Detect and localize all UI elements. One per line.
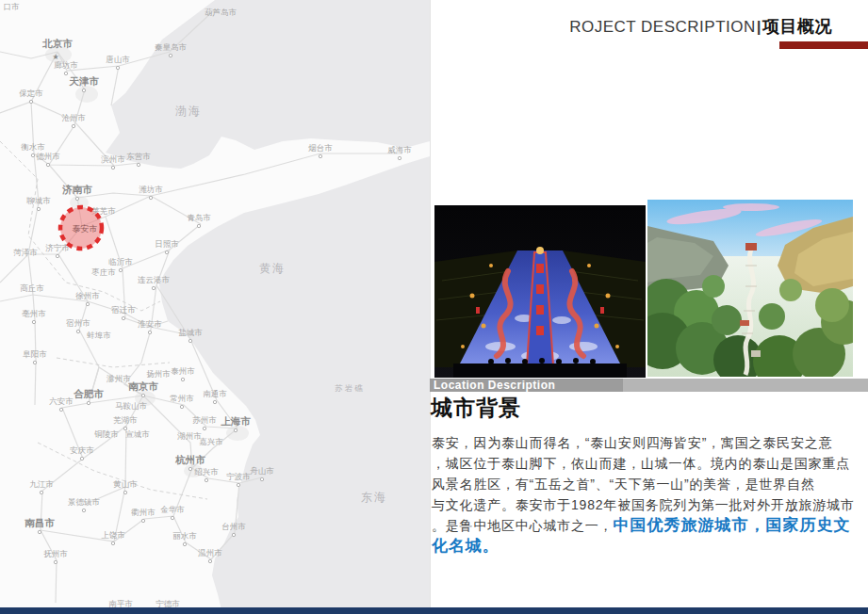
- page-title-en: ROJECT DESCRIPTION: [569, 18, 756, 36]
- city-label: 金华市: [160, 505, 185, 514]
- city-label: 合肥市: [73, 388, 104, 399]
- taishan-night-lightshow-photo: [434, 205, 646, 378]
- city-dot: [72, 124, 74, 127]
- city-label: 嘉兴市: [199, 437, 223, 446]
- city-background-paragraph: 泰安，因为泰山而得名，“泰山安则四海皆安”，寓国之泰民安之意，城区位于泰山脚下，…: [432, 432, 867, 556]
- city-dot: [122, 316, 124, 319]
- city-label: 唐山市: [106, 55, 130, 64]
- city-dot: [183, 542, 186, 545]
- city-dot: [152, 286, 155, 289]
- city-label: 潍坊市: [139, 185, 163, 194]
- city-label: 青岛市: [187, 213, 211, 222]
- title-separator: |: [757, 18, 762, 36]
- city-label: 铜陵市: [93, 429, 119, 439]
- body-text-line: 化名城。: [432, 536, 867, 556]
- city-label: 盐城市: [178, 328, 203, 337]
- body-text-line: ，城区位于泰山脚下，依山而建，山城一体。境内的泰山是国家重点: [432, 453, 867, 474]
- city-label: 滨州市: [101, 154, 125, 164]
- section-heading: 城市背景: [431, 394, 521, 423]
- city-label: 景德镇市: [68, 497, 101, 507]
- city-label: 日照市: [155, 239, 179, 249]
- city-label: 威海市: [387, 145, 412, 154]
- city-label: 枣庄市: [91, 267, 116, 277]
- city-dot: [111, 166, 114, 169]
- city-dot: [232, 533, 235, 536]
- sea-label: 黄海: [259, 262, 286, 275]
- city-label: 秦皇岛市: [155, 42, 188, 52]
- city-label: 台州市: [221, 522, 246, 531]
- city-dot: [141, 394, 144, 396]
- city-dot: [37, 207, 40, 210]
- city-label: 湖州市: [176, 431, 202, 441]
- city-dot: [237, 483, 239, 486]
- city-dot: [180, 405, 183, 408]
- region-map: 口市葫芦岛市★北京市秦皇岛市唐山市廊坊市天津市保定市沧州市衡水市德州市滨州市东营…: [0, 0, 431, 614]
- city-label: 菏泽市: [13, 248, 38, 257]
- city-dot: [86, 302, 89, 305]
- city-label: 芜湖市: [113, 415, 138, 425]
- city-label: 上海市: [221, 415, 251, 427]
- city-label: 杭州市: [174, 454, 205, 465]
- city-dot: [234, 428, 237, 431]
- city-label: 温州市: [197, 548, 222, 557]
- city-dot: [208, 559, 211, 562]
- city-dot: [33, 361, 36, 364]
- city-dot: [38, 530, 41, 533]
- city-dot: [165, 250, 168, 253]
- city-dot: [319, 154, 321, 157]
- city-label: 丽水市: [172, 531, 197, 541]
- city-dot: [32, 320, 35, 323]
- location-description-banner: Location Description: [430, 379, 868, 392]
- city-dot: [149, 196, 152, 199]
- city-label: 宿州市: [65, 318, 90, 328]
- city-label: 廊坊市: [54, 60, 78, 70]
- city-label: 马鞍山市: [115, 401, 148, 411]
- city-label: 衢州市: [131, 508, 156, 517]
- city-label: 宿迁市: [110, 305, 136, 315]
- city-label: 九江市: [29, 479, 54, 489]
- body-text-line: 泰安，因为泰山而得名，“泰山安则四海皆安”，寓国之泰民安之意: [432, 432, 867, 453]
- city-label: 宁波市: [226, 472, 251, 481]
- city-dot: [54, 560, 57, 563]
- city-label: 黄山市: [112, 479, 138, 489]
- highlight-city-label: 泰安市: [73, 224, 98, 234]
- city-dot: [123, 491, 126, 493]
- city-dot: [40, 491, 42, 493]
- city-label: 天津市: [68, 75, 99, 87]
- city-label: 常州市: [170, 394, 194, 403]
- city-label: 聊城市: [26, 196, 51, 205]
- city-label: 衡水市: [21, 142, 45, 152]
- city-dot: [82, 509, 85, 511]
- city-dot: [82, 89, 85, 91]
- city-label: 口市: [4, 2, 21, 11]
- city-dot: [148, 331, 151, 333]
- lightshow-art: [434, 205, 646, 378]
- city-label: 南京市: [128, 380, 158, 392]
- city-label: 葫芦岛市: [205, 8, 237, 17]
- city-label: 北京市: [41, 38, 73, 49]
- city-dot: [76, 330, 79, 332]
- city-dot: [260, 477, 263, 480]
- city-label: 绍兴市: [194, 467, 219, 477]
- city-label: 上饶市: [101, 530, 125, 540]
- city-label: 亳州市: [22, 309, 46, 318]
- city-dot: [31, 154, 34, 156]
- sea-label: 渤海: [175, 105, 202, 118]
- page-title-zh: 项目概况: [762, 17, 832, 36]
- valley-art: [647, 200, 853, 377]
- sea-label: 苏岩礁: [335, 383, 365, 393]
- body-text-line: 。是鲁中地区中心城市之一，中国优秀旅游城市，国家历史文: [432, 515, 867, 536]
- city-dot: [141, 519, 144, 522]
- city-dot: [111, 541, 114, 544]
- city-dot: [398, 156, 401, 159]
- city-dot: [80, 457, 83, 460]
- sea-label: 东海: [361, 491, 387, 504]
- city-dot: [188, 467, 191, 470]
- city-dot: [197, 224, 200, 227]
- city-dot: [171, 516, 173, 519]
- city-dot: [116, 66, 119, 69]
- city-label: 济南市: [61, 184, 92, 195]
- footer-accent-bar: [0, 607, 868, 614]
- city-dot: [75, 197, 78, 200]
- city-label: 安庆市: [70, 445, 94, 455]
